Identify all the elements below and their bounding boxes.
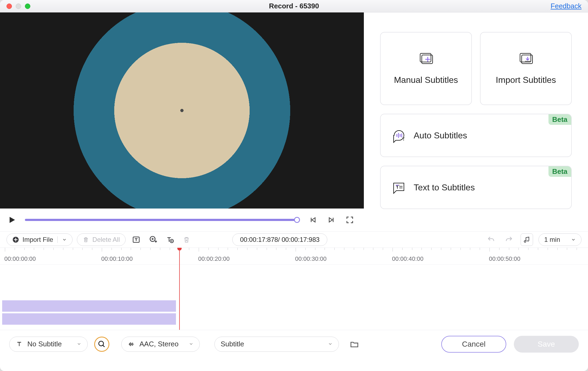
cancel-button[interactable]: Cancel: [441, 336, 506, 353]
ruler-label: 00:00:10:00: [101, 255, 133, 262]
undo-icon: [487, 236, 495, 244]
import-subtitles-icon: [518, 52, 534, 65]
search-subtitle-button[interactable]: [94, 337, 109, 352]
music-button[interactable]: [521, 233, 533, 246]
progress-bar[interactable]: [25, 219, 297, 221]
text-to-subtitles-card[interactable]: Beta Text to Subtitles: [380, 166, 572, 209]
delete-selected-button[interactable]: [180, 233, 193, 246]
skip-forward-icon: [327, 216, 336, 224]
audio-track-value: AAC, Stereo: [139, 340, 179, 348]
close-window-button[interactable]: [6, 4, 12, 9]
video-clip[interactable]: [2, 300, 176, 312]
titlebar: Record - 65390 Feedback: [0, 0, 588, 12]
timeline-toolbar: Import File Delete All 00:00:17:878 / 00…: [0, 231, 588, 248]
manual-subtitles-icon: [418, 52, 434, 65]
manual-subtitles-label: Manual Subtitles: [394, 75, 458, 85]
ruler-label: 00:00:40:00: [392, 255, 423, 262]
auto-subtitles-icon: T: [391, 128, 407, 143]
window-title: Record - 65390: [0, 2, 588, 10]
time-display: 00:00:17:878 / 00:00:17:983: [232, 233, 328, 246]
beta-badge: Beta: [548, 166, 571, 177]
fullscreen-button[interactable]: [344, 214, 355, 225]
undo-button[interactable]: [485, 233, 497, 246]
chevron-down-icon: [189, 341, 194, 346]
plus-circle-icon: [12, 236, 19, 243]
previous-frame-button[interactable]: [308, 214, 318, 225]
total-time: 00:00:17:983: [282, 236, 319, 243]
auto-subtitles-card[interactable]: Beta T Auto Subtitles: [380, 114, 572, 157]
category-select[interactable]: Subtitle: [214, 337, 339, 352]
ruler-label: 00:00:50:00: [489, 255, 520, 262]
subtitle-track-select[interactable]: No Subtitle: [9, 337, 88, 352]
import-subtitles-card[interactable]: Import Subtitles: [480, 32, 572, 105]
text-plus-icon: [166, 236, 174, 244]
svg-point-9: [99, 341, 104, 346]
transport-bar: [0, 209, 364, 231]
ruler-label: 00:00:30:00: [295, 255, 326, 262]
beta-badge: Beta: [548, 114, 571, 125]
music-note-icon: [523, 236, 530, 243]
chevron-down-icon: [77, 341, 81, 346]
timeline-tracks: [0, 265, 588, 330]
feedback-link[interactable]: Feedback: [551, 2, 582, 10]
maximize-window-button[interactable]: [25, 4, 30, 9]
timeline-ruler: 00:00:00:0000:00:10:0000:00:20:0000:00:3…: [0, 248, 588, 265]
add-title-button[interactable]: [164, 233, 176, 246]
add-text-button[interactable]: [130, 233, 142, 246]
toolbar-right: 1 min: [485, 233, 582, 246]
text-icon: [15, 340, 23, 348]
text-box-icon: [132, 236, 140, 244]
play-button[interactable]: [6, 214, 17, 225]
auto-subtitles-label: Auto Subtitles: [414, 131, 467, 141]
preview-column: [0, 12, 364, 231]
expand-icon: [345, 216, 354, 224]
next-frame-button[interactable]: [326, 214, 337, 225]
chevron-down-icon: [328, 341, 333, 346]
timeline[interactable]: 00:00:00:0000:00:10:0000:00:20:0000:00:3…: [0, 248, 588, 330]
minimize-window-button[interactable]: [16, 4, 21, 9]
video-frame: [0, 12, 364, 209]
voice-plus-icon: [149, 235, 157, 244]
subtitle-track-value: No Subtitle: [27, 340, 62, 348]
redo-icon: [505, 236, 513, 244]
folder-icon: [350, 340, 359, 349]
window-controls: [0, 4, 30, 9]
text-to-subtitles-icon: [391, 180, 407, 195]
progress-knob[interactable]: [294, 217, 300, 223]
upper-area: Manual Subtitles Import Subtitles Beta: [0, 12, 588, 231]
open-folder-button[interactable]: [348, 338, 361, 350]
redo-button[interactable]: [503, 233, 515, 246]
chevron-down-icon: [571, 237, 576, 242]
import-file-button[interactable]: Import File: [6, 233, 73, 246]
subtitle-options: Manual Subtitles Import Subtitles Beta: [364, 12, 588, 231]
waveform-icon: [128, 340, 135, 348]
playhead[interactable]: [179, 248, 180, 330]
chevron-down-icon: [62, 237, 67, 242]
delete-all-button[interactable]: Delete All: [77, 233, 125, 246]
text-to-subtitles-label: Text to Subtitles: [414, 183, 475, 193]
play-icon: [7, 215, 17, 224]
save-button[interactable]: Save: [514, 336, 579, 353]
audio-clip[interactable]: [2, 313, 176, 325]
search-icon: [98, 340, 106, 348]
zoom-select[interactable]: 1 min: [538, 233, 582, 246]
trash-icon: [83, 236, 89, 243]
audio-track-select[interactable]: AAC, Stereo: [121, 337, 200, 352]
import-file-label: Import File: [22, 236, 53, 243]
manual-subtitles-card[interactable]: Manual Subtitles: [380, 32, 472, 105]
bottom-bar: No Subtitle AAC, Stereo Subtitle Cancel …: [0, 330, 588, 358]
add-voice-button[interactable]: [147, 233, 159, 246]
category-value: Subtitle: [221, 340, 244, 348]
zoom-value: 1 min: [544, 236, 560, 243]
current-time: 00:00:17:878: [240, 236, 278, 243]
video-preview[interactable]: [0, 12, 364, 209]
app-window: Record - 65390 Feedback: [0, 0, 588, 371]
ruler-label: 00:00:00:00: [4, 255, 36, 262]
skip-back-icon: [309, 216, 317, 224]
trash-x-icon: [183, 236, 190, 243]
import-subtitles-label: Import Subtitles: [496, 75, 556, 85]
ruler-label: 00:00:20:00: [198, 255, 230, 262]
delete-all-label: Delete All: [92, 236, 120, 243]
svg-text:T: T: [402, 137, 405, 142]
